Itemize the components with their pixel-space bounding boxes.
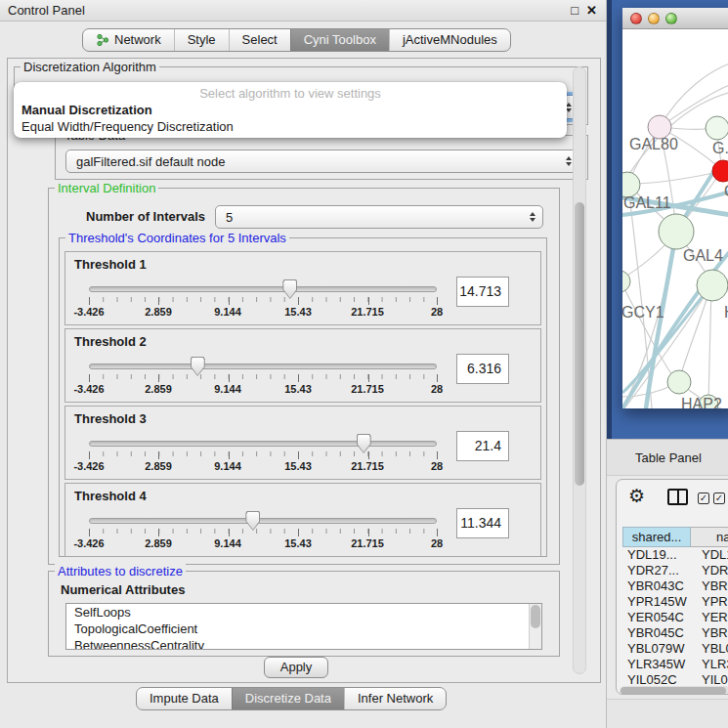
checkbox-icon[interactable]: ✓ xyxy=(698,492,709,504)
list-scrollbar[interactable] xyxy=(529,604,541,649)
cell[interactable]: YER0 xyxy=(691,610,728,625)
attributes-group: Attributes to discretize Numerical Attri… xyxy=(48,571,560,657)
table-row[interactable]: YLR345WYLR3 xyxy=(622,657,728,672)
table-horizontal-scrollbar-thumb[interactable] xyxy=(621,687,726,695)
table-data-select[interactable]: galFiltered.sif default node xyxy=(65,150,579,173)
dropdown-option-manual-discretization[interactable]: Manual Discretization xyxy=(21,103,152,117)
cell[interactable]: YLR345W xyxy=(622,657,691,672)
tab-network[interactable]: Network xyxy=(83,29,174,51)
cell[interactable]: YBL0 xyxy=(691,641,728,657)
threshold-3-slider[interactable] xyxy=(89,441,437,447)
cell[interactable]: YDL19... xyxy=(622,547,691,563)
list-scrollbar-thumb[interactable] xyxy=(531,605,540,628)
tab-cyni-toolbox-label: Cyni Toolbox xyxy=(304,29,376,51)
threshold-1-slider-thumb[interactable] xyxy=(282,279,297,299)
table-row[interactable]: YPR145WYPR1 xyxy=(622,594,728,610)
threshold-2-value-field[interactable]: 6.316 xyxy=(456,354,509,384)
cell[interactable]: YIL0 xyxy=(691,672,728,686)
spinner-icon xyxy=(530,212,535,222)
table-panel-titlebar: Table Panel xyxy=(607,439,728,476)
scale-tick-label: 15.43 xyxy=(284,383,312,395)
tab-select[interactable]: Select xyxy=(229,29,290,51)
list-item[interactable]: TopologicalCoefficient xyxy=(66,621,541,637)
threshold-4-slider[interactable] xyxy=(89,518,437,524)
apply-button[interactable]: Apply xyxy=(264,657,328,678)
threshold-2-slider-thumb[interactable] xyxy=(191,357,205,376)
dropdown-option-equal-width-frequency[interactable]: Equal Width/Frequency Discretization xyxy=(21,119,234,134)
network-window: GAL80 G. C GAL11 GAL4 GCY1 H HAP2 xyxy=(622,8,728,408)
table-panel-footer xyxy=(607,699,728,728)
cell[interactable]: YDR27... xyxy=(622,563,691,578)
node-h[interactable] xyxy=(697,270,728,301)
threshold-4-slider-thumb[interactable] xyxy=(245,511,260,531)
number-of-intervals-select[interactable]: 5 xyxy=(215,205,543,229)
cell[interactable]: YPR1 xyxy=(691,594,728,610)
node-gal4[interactable] xyxy=(659,214,694,249)
slider-ticks xyxy=(89,451,438,460)
threshold-coordinates-group: Threshold's Coordinates for 5 Intervals … xyxy=(59,237,547,557)
bottom-tab-bar: Impute Data Discretize Data Infer Networ… xyxy=(136,687,447,710)
cell[interactable]: YBR043C xyxy=(622,578,691,594)
cell[interactable]: YBL079W xyxy=(622,641,691,657)
tab-impute-data[interactable]: Impute Data xyxy=(137,688,232,709)
node-ga[interactable] xyxy=(706,116,728,140)
table-horizontal-scrollbar[interactable] xyxy=(620,686,728,695)
network-canvas[interactable]: GAL80 G. C GAL11 GAL4 GCY1 H HAP2 xyxy=(622,29,728,408)
tab-style[interactable]: Style xyxy=(174,29,229,51)
panel-scrollbar[interactable] xyxy=(573,66,586,674)
scale-tick-label: 21.715 xyxy=(351,383,384,395)
node-label-gcy1: GCY1 xyxy=(622,304,664,321)
table-data-selected-value: galFiltered.sif default node xyxy=(76,150,225,173)
split-view-icon[interactable] xyxy=(667,489,688,505)
table-row[interactable]: YBR045CYBR0 xyxy=(622,625,728,641)
panel-scrollbar-thumb[interactable] xyxy=(575,202,584,486)
table-row[interactable]: YIL052CYIL0 xyxy=(622,672,728,686)
close-icon[interactable]: ✕ xyxy=(586,0,597,21)
cell[interactable]: YPR145W xyxy=(622,594,691,610)
cell[interactable]: YIL052C xyxy=(622,672,691,686)
cell[interactable]: YBR045C xyxy=(622,625,691,641)
node-label-gal4: GAL4 xyxy=(683,247,723,265)
node-hap2[interactable] xyxy=(667,370,691,394)
cell[interactable]: YBR0 xyxy=(691,578,728,594)
cell[interactable]: YER054C xyxy=(622,610,691,625)
cell[interactable]: YLR3 xyxy=(691,657,728,672)
node-label-gal11: GAL11 xyxy=(623,194,671,212)
tab-infer-network[interactable]: Infer Network xyxy=(344,688,446,709)
list-item[interactable]: BetweennessCentrality xyxy=(66,637,541,650)
minimize-traffic-light-icon[interactable] xyxy=(648,13,660,24)
cell[interactable]: YDL1 xyxy=(691,547,728,563)
float-window-icon[interactable]: □ xyxy=(571,0,578,21)
zoom-traffic-light-icon[interactable] xyxy=(665,13,677,24)
table-row[interactable]: YDL19...YDL1 xyxy=(622,547,728,563)
tab-discretize-data[interactable]: Discretize Data xyxy=(232,688,344,709)
threshold-1-card: Threshold 1 -3.426 2.859 9.144 15.43 21.… xyxy=(64,251,541,325)
list-item[interactable]: SelfLoops xyxy=(66,604,541,621)
gear-icon[interactable]: ⚙ xyxy=(628,485,645,507)
table-row[interactable]: YER054CYER0 xyxy=(622,610,728,625)
column-header-shared-name[interactable]: shared... xyxy=(622,527,691,547)
threshold-1-value-field[interactable]: 14.713 xyxy=(456,277,509,307)
threshold-4-label: Threshold 4 xyxy=(74,489,147,503)
interval-definition-group: Interval Definition Number of Intervals … xyxy=(48,188,560,565)
table-header-row: shared... na xyxy=(622,527,728,547)
table-row[interactable]: YBL079WYBL0 xyxy=(622,641,728,657)
column-header-name[interactable]: na xyxy=(691,527,728,547)
close-traffic-light-icon[interactable] xyxy=(630,13,642,24)
threshold-2-slider[interactable] xyxy=(89,364,437,369)
cell[interactable]: YDR2 xyxy=(691,563,728,578)
scale-tick-label: 2.859 xyxy=(145,537,172,549)
threshold-4-value-field[interactable]: 11.344 xyxy=(456,508,509,538)
scale-tick-label: 28 xyxy=(431,383,443,395)
table-row[interactable]: YBR043CYBR0 xyxy=(622,578,728,594)
table-row[interactable]: YDR27...YDR2 xyxy=(622,563,728,578)
algorithm-dropdown-popup: Select algorithm to view settings Manual… xyxy=(14,82,567,138)
tab-jactivemnodules[interactable]: jActiveMNodules xyxy=(389,29,510,51)
threshold-1-slider[interactable] xyxy=(89,286,437,292)
checkbox-icon[interactable]: ✓ xyxy=(713,492,725,504)
cell[interactable]: YBR0 xyxy=(691,625,728,641)
tab-jactivemnodules-label: jActiveMNodules xyxy=(403,29,497,51)
tab-cyni-toolbox[interactable]: Cyni Toolbox xyxy=(290,29,389,51)
threshold-3-slider-thumb[interactable] xyxy=(357,434,371,453)
threshold-3-value-field[interactable]: 21.4 xyxy=(456,431,509,461)
